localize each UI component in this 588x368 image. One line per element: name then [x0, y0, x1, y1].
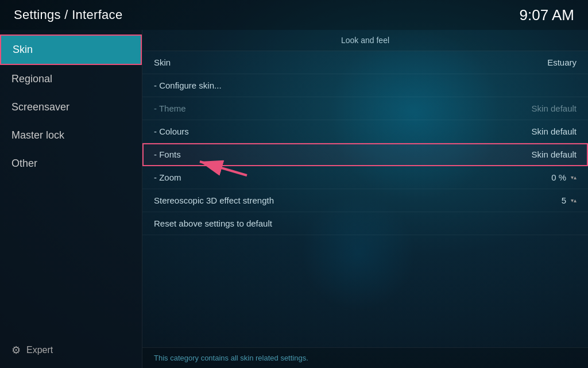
setting-value: Skin default [532, 126, 577, 136]
zoom-stepper[interactable]: ▾▴ [571, 174, 577, 181]
sidebar: Skin Regional Screensaver Master lock Ot… [0, 30, 142, 368]
settings-list: Skin Estuary - Configure skin... - Theme… [142, 51, 588, 347]
gear-icon: ⚙ [11, 344, 21, 356]
sidebar-item-label: Master lock [11, 129, 64, 141]
sidebar-item-label: Skin [13, 44, 33, 55]
section-header: Look and feel [142, 30, 588, 51]
setting-label: - Zoom [154, 172, 181, 182]
sidebar-item-master-lock[interactable]: Master lock [0, 121, 142, 150]
setting-label: - Theme [154, 103, 186, 113]
expert-button[interactable]: ⚙ Expert [0, 337, 142, 363]
content-area: Look and feel Skin Estuary - Configure s… [142, 30, 588, 368]
sidebar-item-label: Screensaver [11, 101, 69, 113]
setting-row-colours[interactable]: - Colours Skin default [142, 120, 588, 143]
page-title: Settings / Interface [14, 7, 122, 22]
setting-value: Skin default [532, 150, 577, 159]
setting-label: Reset above settings to default [154, 218, 272, 228]
setting-label: Stereoscopic 3D effect strength [154, 195, 274, 205]
setting-value: Skin default [532, 103, 577, 113]
sidebar-item-regional[interactable]: Regional [0, 65, 142, 93]
setting-row-skin[interactable]: Skin Estuary [142, 51, 588, 74]
setting-value: Estuary [547, 57, 577, 67]
setting-row-reset[interactable]: Reset above settings to default [142, 212, 588, 235]
setting-label: - Fonts [154, 150, 181, 159]
setting-row-configure-skin[interactable]: - Configure skin... [142, 74, 588, 97]
sidebar-item-screensaver[interactable]: Screensaver [0, 93, 142, 121]
footer-text: This category contains all skin related … [142, 347, 588, 368]
setting-value: 5 ▾▴ [562, 195, 577, 205]
clock: 9:07 AM [520, 6, 574, 24]
main-layout: Skin Regional Screensaver Master lock Ot… [0, 30, 588, 368]
expert-label: Expert [26, 345, 53, 355]
setting-label: - Colours [154, 126, 189, 136]
sidebar-item-label: Other [11, 158, 37, 169]
setting-row-zoom[interactable]: - Zoom 0 % ▾▴ [142, 166, 588, 189]
setting-label: - Configure skin... [154, 80, 222, 90]
header: Settings / Interface 9:07 AM [0, 0, 588, 30]
setting-row-fonts[interactable]: - Fonts Skin default [142, 143, 588, 166]
setting-label: Skin [154, 57, 171, 67]
stereoscopic-stepper[interactable]: ▾▴ [571, 197, 577, 204]
sidebar-item-skin[interactable]: Skin [0, 34, 142, 65]
sidebar-item-label: Regional [11, 73, 52, 85]
setting-row-theme: - Theme Skin default [142, 97, 588, 120]
setting-value: 0 % ▾▴ [551, 172, 577, 182]
setting-row-stereoscopic[interactable]: Stereoscopic 3D effect strength 5 ▾▴ [142, 189, 588, 212]
sidebar-item-other[interactable]: Other [0, 150, 142, 178]
